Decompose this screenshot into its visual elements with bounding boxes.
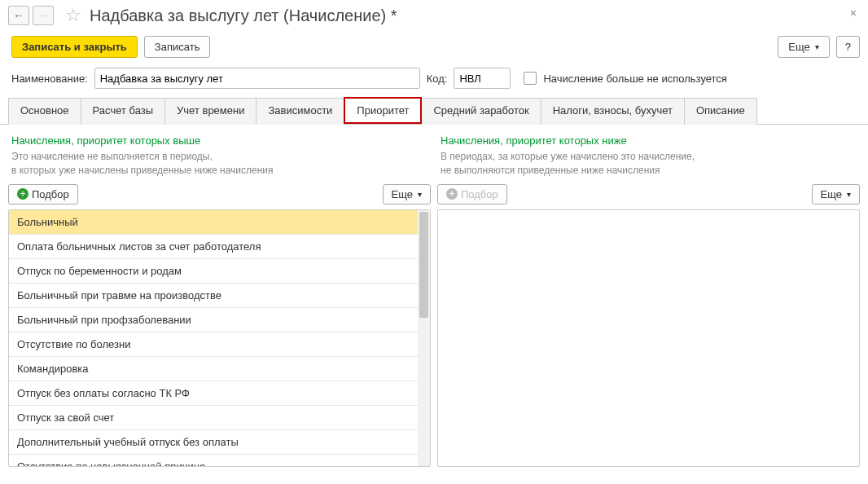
page-title: Надбавка за выслугу лет (Начисление) * bbox=[90, 7, 397, 25]
not-used-label: Начисление больше не используется bbox=[543, 73, 726, 85]
right-more-label: Еще bbox=[821, 188, 842, 200]
left-pick-button[interactable]: + Подбор bbox=[8, 184, 78, 205]
right-pick-label: Подбор bbox=[461, 188, 498, 200]
close-icon[interactable]: × bbox=[850, 7, 857, 20]
right-pick-button[interactable]: + Подбор bbox=[437, 184, 507, 205]
chevron-down-icon: ▾ bbox=[418, 190, 422, 199]
favorite-star-icon[interactable]: ☆ bbox=[65, 5, 81, 26]
code-input[interactable] bbox=[454, 68, 511, 89]
list-item[interactable]: Дополнительный учебный отпуск без оплаты bbox=[9, 430, 418, 455]
tab-6[interactable]: Налоги, взносы, бухучет bbox=[541, 98, 685, 125]
tab-3[interactable]: Зависимости bbox=[256, 98, 344, 125]
left-more-button[interactable]: Еще ▾ bbox=[383, 184, 431, 205]
scroll-thumb[interactable] bbox=[419, 212, 428, 318]
list-item[interactable]: Больничный при травме на производстве bbox=[9, 284, 418, 308]
chevron-down-icon: ▾ bbox=[847, 190, 851, 199]
plus-icon: + bbox=[446, 188, 458, 200]
left-pick-label: Подбор bbox=[32, 188, 69, 200]
tab-2[interactable]: Учет времени bbox=[164, 98, 256, 125]
right-panel-subtitle: В периодах, за которые уже начислено это… bbox=[437, 150, 860, 184]
name-input[interactable] bbox=[94, 68, 420, 89]
nav-back-button[interactable]: ← bbox=[8, 6, 29, 25]
list-item[interactable]: Командировка bbox=[9, 357, 418, 381]
save-close-button[interactable]: Записать и закрыть bbox=[11, 36, 138, 58]
tab-5[interactable]: Средний заработок bbox=[421, 98, 541, 125]
save-button[interactable]: Записать bbox=[144, 36, 211, 58]
code-label: Код: bbox=[427, 73, 448, 85]
list-item[interactable]: Отсутствие по невыясненной причине bbox=[9, 455, 418, 466]
list-item[interactable]: Отсутствие по болезни bbox=[9, 332, 418, 357]
list-item[interactable]: Оплата больничных листов за счет работод… bbox=[9, 235, 418, 259]
nav-forward-button[interactable]: → bbox=[33, 6, 54, 25]
right-list[interactable] bbox=[437, 209, 860, 467]
left-panel-title: Начисления, приоритет которых выше bbox=[8, 133, 431, 150]
list-item[interactable]: Отпуск за свой счет bbox=[9, 406, 418, 430]
more-button[interactable]: Еще ▾ bbox=[778, 36, 829, 58]
left-scrollbar[interactable] bbox=[418, 210, 430, 466]
tab-1[interactable]: Расчет базы bbox=[81, 98, 166, 125]
list-item[interactable]: Отпуск по беременности и родам bbox=[9, 259, 418, 284]
list-item[interactable]: Больничный при профзаболевании bbox=[9, 308, 418, 332]
help-button[interactable]: ? bbox=[836, 36, 860, 58]
tab-4[interactable]: Приоритет bbox=[344, 97, 422, 124]
left-more-label: Еще bbox=[392, 188, 413, 200]
chevron-down-icon: ▾ bbox=[815, 42, 819, 51]
tab-0[interactable]: Основное bbox=[8, 98, 81, 125]
name-label: Наименование: bbox=[11, 73, 88, 85]
plus-icon: + bbox=[17, 188, 28, 200]
left-list[interactable]: БольничныйОплата больничных листов за сч… bbox=[9, 210, 418, 466]
left-panel-subtitle: Это начисление не выполняется в периоды,… bbox=[8, 150, 431, 184]
list-item[interactable]: Больничный bbox=[9, 210, 418, 235]
tab-7[interactable]: Описание bbox=[684, 98, 757, 125]
right-panel-title: Начисления, приоритет которых ниже bbox=[437, 133, 860, 150]
list-item[interactable]: Отпуск без оплаты согласно ТК РФ bbox=[9, 381, 418, 406]
more-label: Еще bbox=[788, 41, 809, 53]
not-used-checkbox[interactable] bbox=[524, 72, 537, 85]
right-more-button[interactable]: Еще ▾ bbox=[812, 184, 860, 205]
